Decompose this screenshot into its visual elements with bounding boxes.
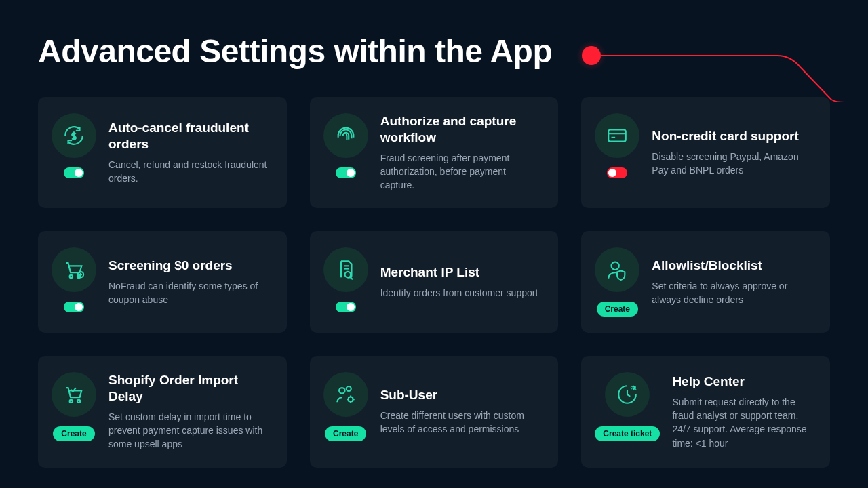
settings-card: CreateSub-UserCreate different users wit…	[310, 356, 559, 467]
card-title: Shopify Order Import Delay	[108, 372, 271, 405]
settings-card: Non-credit card supportDisable screening…	[581, 97, 830, 208]
card-description: Fraud screening after payment authorizat…	[380, 151, 542, 192]
settings-card: CreateAllowlist/BlocklistSet criteria to…	[581, 231, 830, 333]
card-description: Set custom delay in import time to preve…	[108, 410, 271, 451]
credit-card-icon	[595, 113, 639, 158]
toggle-switch[interactable]	[336, 167, 356, 178]
card-title: Screening $0 orders	[108, 258, 271, 274]
card-description: Set criteria to always approve or always…	[652, 279, 814, 307]
cart-check-icon	[52, 372, 96, 417]
card-description: Create different users with custom level…	[380, 409, 542, 436]
create-button[interactable]: Create	[597, 302, 638, 317]
refresh-dollar-icon	[52, 113, 96, 158]
card-description: NoFraud can identify some types of coupo…	[108, 279, 271, 307]
fingerprint-icon	[323, 113, 368, 158]
toggle-switch[interactable]	[64, 302, 84, 312]
card-title: Authorize and capture workflow	[380, 113, 542, 146]
settings-card: 24Create ticketHelp CenterSubmit request…	[581, 356, 830, 467]
user-shield-icon	[595, 247, 639, 292]
cart-plus-icon	[52, 247, 96, 292]
card-title: Merchant IP List	[380, 264, 542, 281]
svg-point-15	[339, 388, 345, 394]
svg-point-12	[612, 262, 619, 270]
card-title: Allowlist/Blocklist	[652, 258, 814, 274]
card-title: Non-credit card support	[652, 128, 814, 144]
card-description: Submit request directly to the fraud ana…	[672, 395, 814, 450]
card-title: Auto-cancel fraudulent orders	[108, 120, 271, 152]
card-description: Disable screening Paypal, Amazon Pay and…	[652, 150, 814, 178]
card-description: Cancel, refund and restock fraudulent or…	[108, 158, 271, 186]
svg-point-16	[346, 386, 351, 391]
svg-point-13	[70, 400, 73, 403]
svg-point-10	[344, 272, 350, 278]
card-title: Help Center	[672, 373, 814, 390]
svg-point-3	[70, 275, 73, 278]
clock-24-icon: 24	[605, 372, 650, 417]
users-gear-icon	[323, 372, 368, 417]
header-decoration	[576, 41, 868, 102]
settings-card: Merchant IP ListIdentify orders from cus…	[310, 231, 559, 333]
create-button[interactable]: Create ticket	[595, 426, 660, 441]
settings-card: Auto-cancel fraudulent ordersCancel, ref…	[38, 97, 287, 208]
svg-line-11	[350, 277, 353, 280]
card-title: Sub-User	[380, 387, 542, 403]
card-description: Identify orders from customer support	[380, 286, 542, 300]
toggle-switch[interactable]	[607, 167, 627, 178]
settings-card: Screening $0 ordersNoFraud can identify …	[38, 231, 287, 333]
create-button[interactable]: Create	[325, 426, 366, 441]
svg-point-14	[77, 400, 80, 403]
toggle-switch[interactable]	[64, 167, 84, 178]
create-button[interactable]: Create	[53, 426, 94, 441]
svg-rect-0	[609, 130, 627, 142]
toggle-switch[interactable]	[336, 302, 356, 312]
document-search-icon	[323, 247, 368, 292]
settings-card: Authorize and capture workflowFraud scre…	[310, 97, 559, 208]
settings-card: CreateShopify Order Import DelaySet cust…	[38, 356, 287, 467]
